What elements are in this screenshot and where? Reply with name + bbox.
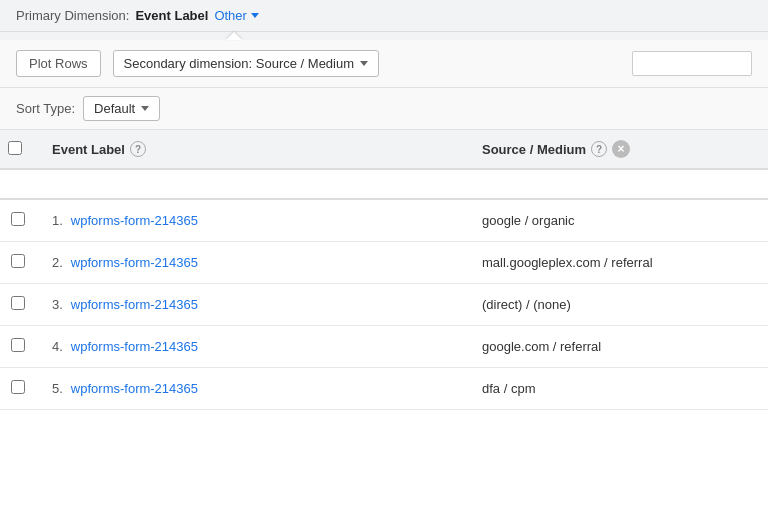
row-checkbox[interactable] <box>11 212 25 226</box>
row-event-label-value[interactable]: wpforms-form-214365 <box>71 255 198 270</box>
secondary-dim-chevron-icon <box>360 61 368 66</box>
row-number: 4. <box>52 339 63 354</box>
row-source-medium-cell: dfa / cpm <box>466 368 768 410</box>
table-row: 5.wpforms-form-214365dfa / cpm <box>0 368 768 410</box>
event-label-help-icon[interactable]: ? <box>130 141 146 157</box>
source-medium-col-header: Source / Medium <box>482 142 586 157</box>
plot-rows-button[interactable]: Plot Rows <box>16 50 101 77</box>
table-row: 2.wpforms-form-214365mall.googleplex.com… <box>0 242 768 284</box>
header-source-medium: Source / Medium ? × <box>466 130 768 169</box>
search-input[interactable] <box>632 51 752 76</box>
sort-chevron-icon <box>141 106 149 111</box>
select-all-checkbox[interactable] <box>8 141 22 155</box>
row-number: 2. <box>52 255 63 270</box>
row-number: 1. <box>52 213 63 228</box>
row-checkbox[interactable] <box>11 380 25 394</box>
sort-type-label: Sort Type: <box>16 101 75 116</box>
row-source-medium-cell: google / organic <box>466 199 768 242</box>
row-source-medium-cell: mall.googleplex.com / referral <box>466 242 768 284</box>
secondary-dim-label: Secondary dimension: Source / Medium <box>124 56 355 71</box>
row-checkbox-cell <box>0 242 36 284</box>
event-label-col-header: Event Label <box>52 142 125 157</box>
source-medium-close-icon[interactable]: × <box>612 140 630 158</box>
table-header-row: Event Label ? Source / Medium ? × <box>0 130 768 169</box>
row-event-label-cell: 2.wpforms-form-214365 <box>36 242 466 284</box>
row-source-medium-cell: (direct) / (none) <box>466 284 768 326</box>
table-row: 4.wpforms-form-214365google.com / referr… <box>0 326 768 368</box>
row-checkbox-cell <box>0 368 36 410</box>
row-event-label-cell: 4.wpforms-form-214365 <box>36 326 466 368</box>
row-number: 5. <box>52 381 63 396</box>
row-checkbox[interactable] <box>11 296 25 310</box>
chevron-down-icon <box>251 13 259 18</box>
primary-dimension-bar: Primary Dimension: Event Label Other <box>0 0 768 32</box>
row-event-label-cell: 3.wpforms-form-214365 <box>36 284 466 326</box>
row-event-label-value[interactable]: wpforms-form-214365 <box>71 381 198 396</box>
row-checkbox-cell <box>0 326 36 368</box>
row-event-label-value[interactable]: wpforms-form-214365 <box>71 297 198 312</box>
row-event-label-value[interactable]: wpforms-form-214365 <box>71 339 198 354</box>
primary-dimension-value: Event Label <box>135 8 208 23</box>
row-checkbox-cell <box>0 199 36 242</box>
secondary-dimension-select[interactable]: Secondary dimension: Source / Medium <box>113 50 380 77</box>
header-checkbox-col <box>0 130 36 169</box>
caret-up-container <box>0 32 768 40</box>
source-medium-help-icon[interactable]: ? <box>591 141 607 157</box>
row-event-label-cell: 5.wpforms-form-214365 <box>36 368 466 410</box>
sort-select[interactable]: Default <box>83 96 160 121</box>
row-checkbox[interactable] <box>11 254 25 268</box>
caret-up-icon <box>226 32 242 40</box>
controls-row: Plot Rows Secondary dimension: Source / … <box>0 40 768 88</box>
other-label: Other <box>214 8 247 23</box>
row-checkbox[interactable] <box>11 338 25 352</box>
row-source-medium-cell: google.com / referral <box>466 326 768 368</box>
row-event-label-cell: 1.wpforms-form-214365 <box>36 199 466 242</box>
table-row: 3.wpforms-form-214365(direct) / (none) <box>0 284 768 326</box>
graph-placeholder-row <box>0 169 768 199</box>
primary-dimension-label: Primary Dimension: <box>16 8 129 23</box>
data-table: Event Label ? Source / Medium ? × 1.wpfo… <box>0 130 768 410</box>
header-event-label: Event Label ? <box>36 130 466 169</box>
other-dropdown[interactable]: Other <box>214 8 259 23</box>
graph-area <box>0 169 768 199</box>
table-row: 1.wpforms-form-214365google / organic <box>0 199 768 242</box>
sort-row: Sort Type: Default <box>0 88 768 130</box>
row-event-label-value[interactable]: wpforms-form-214365 <box>71 213 198 228</box>
row-number: 3. <box>52 297 63 312</box>
row-checkbox-cell <box>0 284 36 326</box>
sort-default-label: Default <box>94 101 135 116</box>
